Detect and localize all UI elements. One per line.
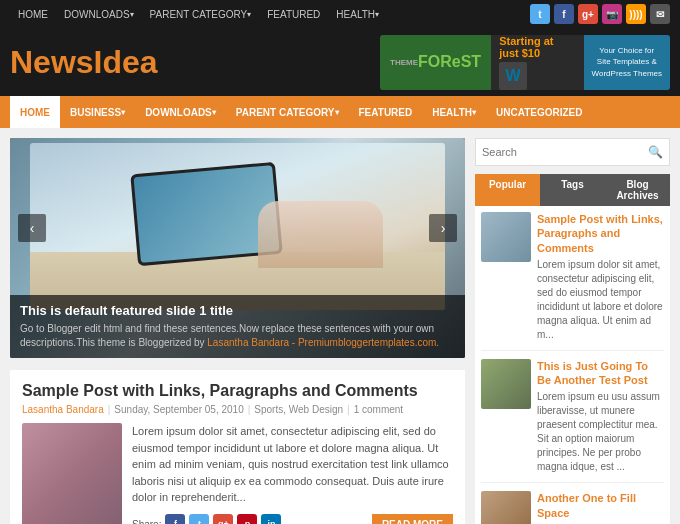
- article-author[interactable]: Lasantha Bandara: [22, 404, 104, 415]
- email-icon[interactable]: ✉: [650, 4, 670, 24]
- sidebar-post-title-2[interactable]: This is Just Going To Be Another Test Po…: [537, 359, 664, 388]
- logo-part2: Idea: [94, 44, 158, 80]
- article-thumbnail: [22, 423, 122, 524]
- top-nav-parent-category[interactable]: PARENT CATEGORY: [142, 0, 260, 28]
- article-card: Sample Post with Links, Paragraphs and C…: [10, 370, 465, 524]
- top-nav-health[interactable]: HEaLTH: [328, 0, 387, 28]
- banner-text: Starting at just $10 W: [491, 35, 583, 90]
- nav-featured[interactable]: FEATURED: [349, 96, 423, 128]
- featured-slider: ‹ › This is default featured slide 1 tit…: [10, 138, 465, 358]
- slider-prev-button[interactable]: ‹: [18, 214, 46, 242]
- logo-part1: News: [10, 44, 94, 80]
- sidebar-post-excerpt-1: Lorem ipsum dolor sit amet, consectetur …: [537, 258, 664, 342]
- site-header: NewsIdea THEME FOReST Starting at just $…: [0, 28, 680, 96]
- top-nav-downloads[interactable]: DOWNLOADS: [56, 0, 142, 28]
- sidebar-thumb-2: [481, 359, 531, 409]
- article-body: Lorem ipsum dolor sit amet, consectetur …: [22, 423, 453, 524]
- sidebar-thumb-3: [481, 491, 531, 524]
- google-plus-icon[interactable]: g+: [578, 4, 598, 24]
- article-date: Sunday, September 05, 2010: [114, 404, 243, 415]
- sidebar-post-excerpt-2: Lorem ipsum eu usu assum liberavisse, ut…: [537, 390, 664, 474]
- advertisement-banner[interactable]: THEME FOReST Starting at just $10 W Your…: [380, 35, 670, 90]
- share-twitter-button[interactable]: t: [189, 514, 209, 524]
- sidebar: 🔍 Popular Tags Blog Archives Sample Post…: [475, 138, 670, 524]
- tab-popular[interactable]: Popular: [475, 174, 540, 206]
- sidebar-post-title-3[interactable]: Another One to Fill Space: [537, 491, 664, 520]
- tab-tags[interactable]: Tags: [540, 174, 605, 206]
- top-nav-links: HOME DOWNLOADS PARENT CATEGORY FEATURED …: [10, 0, 387, 28]
- nav-home[interactable]: HOME: [10, 96, 60, 128]
- sidebar-tabs: Popular Tags Blog Archives: [475, 174, 670, 206]
- top-nav-home[interactable]: HOME: [10, 0, 56, 28]
- slider-description: Go to Blogger edit html and find these s…: [20, 322, 455, 350]
- social-icons: t f g+ 📷 )))) ✉: [530, 4, 670, 24]
- article-categories[interactable]: Sports, Web Design: [254, 404, 343, 415]
- share-facebook-button[interactable]: f: [165, 514, 185, 524]
- article-excerpt: Lorem ipsum dolor sit amet, consectetur …: [132, 423, 453, 506]
- share-label: Share:: [132, 519, 161, 525]
- themeforest-logo: THEME FOReST: [380, 35, 491, 90]
- sidebar-post-title-1[interactable]: Sample Post with Links, Paragraphs and C…: [537, 212, 664, 255]
- nav-parent-category[interactable]: PARENT CATEGORY: [226, 96, 349, 128]
- article-text-content: Lorem ipsum dolor sit amet, consectetur …: [132, 423, 453, 524]
- read-more-button[interactable]: READ MORE: [372, 514, 453, 525]
- nav-business[interactable]: BUSINESS: [60, 96, 135, 128]
- banner-wp-text: Your Choice forSite Templates &WordPress…: [584, 35, 670, 90]
- article-title[interactable]: Sample Post with Links, Paragraphs and C…: [22, 382, 453, 400]
- top-navigation: HOME DOWNLOADS PARENT CATEGORY FEATURED …: [0, 0, 680, 28]
- slider-author: Lasantha Bandara - Premiumbloggertemplat…: [207, 337, 439, 348]
- share-pinterest-button[interactable]: p: [237, 514, 257, 524]
- sidebar-post-1: Sample Post with Links, Paragraphs and C…: [481, 212, 664, 351]
- slider-overlay: This is default featured slide 1 title G…: [10, 295, 465, 358]
- tab-blog-archives[interactable]: Blog Archives: [605, 174, 670, 206]
- main-navigation: HOME BUSINESS DOWNLOADS PARENT CATEGORY …: [0, 96, 680, 128]
- instagram-icon[interactable]: 📷: [602, 4, 622, 24]
- slider-next-button[interactable]: ›: [429, 214, 457, 242]
- slider-title: This is default featured slide 1 title: [20, 303, 455, 318]
- nav-health[interactable]: HEALTH: [422, 96, 486, 128]
- main-content: ‹ › This is default featured slide 1 tit…: [10, 138, 465, 524]
- sidebar-thumb-1: [481, 212, 531, 262]
- nav-uncategorized[interactable]: UNCATEGORIZED: [486, 96, 592, 128]
- top-nav-featured[interactable]: FEATURED: [259, 0, 328, 28]
- site-logo[interactable]: NewsIdea: [10, 44, 158, 81]
- search-box: 🔍: [475, 138, 670, 166]
- share-google-button[interactable]: g+: [213, 514, 233, 524]
- article-share-row: Share: f t g+ p in READ MORE: [132, 514, 453, 525]
- search-input[interactable]: [482, 146, 648, 158]
- nav-downloads[interactable]: DOWNLOADS: [135, 96, 226, 128]
- twitter-icon[interactable]: t: [530, 4, 550, 24]
- share-linkedin-button[interactable]: in: [261, 514, 281, 524]
- article-comments[interactable]: 1 comment: [354, 404, 403, 415]
- rss-icon[interactable]: )))): [626, 4, 646, 24]
- search-icon[interactable]: 🔍: [648, 145, 663, 159]
- sidebar-post-3: Another One to Fill Space Lorem ipsum eu…: [481, 491, 664, 524]
- article-meta: Lasantha Bandara | Sunday, September 05,…: [22, 404, 453, 415]
- sidebar-post-2: This is Just Going To Be Another Test Po…: [481, 359, 664, 484]
- content-area: ‹ › This is default featured slide 1 tit…: [0, 128, 680, 524]
- facebook-icon[interactable]: f: [554, 4, 574, 24]
- popular-posts-list: Sample Post with Links, Paragraphs and C…: [475, 206, 670, 524]
